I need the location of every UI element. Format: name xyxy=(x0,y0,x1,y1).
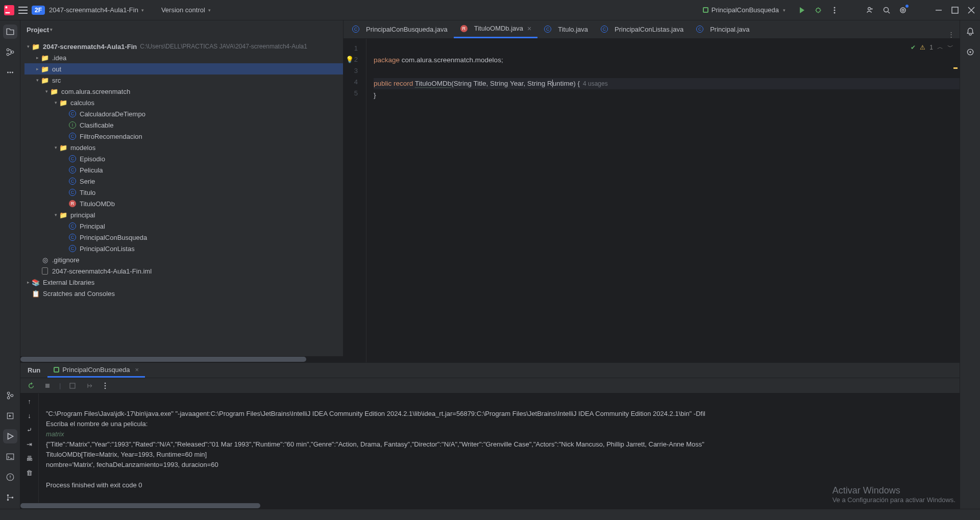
svg-point-26 xyxy=(967,49,973,55)
console-output[interactable]: "C:\Program Files\Java\jdk-17\bin\java.e… xyxy=(39,393,960,503)
tree-item-idea[interactable]: 📁.idea xyxy=(24,52,343,63)
tab-principalconbusqueda[interactable]: CPrincipalConBusqueda.java xyxy=(346,20,454,38)
project-tree[interactable]: 📁2047-screenmatch4-Aula1-FinC:\Users\DEL… xyxy=(20,39,343,356)
attach-debugger-icon[interactable] xyxy=(68,381,77,390)
ai-assistant-button[interactable] xyxy=(963,45,977,59)
root-label: 2047-screenmatch4-Aula1-Fin xyxy=(43,43,137,51)
tree-item-filtro[interactable]: CFiltroRecomendacion xyxy=(24,131,343,142)
tree-item-scratches[interactable]: 📋Scratches and Consoles xyxy=(24,288,343,299)
tree-item-principal[interactable]: CPrincipal xyxy=(24,220,343,232)
more-actions-button[interactable] xyxy=(830,6,839,15)
close-tab-icon[interactable]: × xyxy=(527,24,531,33)
project-name-dropdown[interactable]: 2047-screenmatch4-Aula1-Fin xyxy=(49,6,144,14)
svg-point-19 xyxy=(11,394,13,397)
run-config-dropdown[interactable]: PrincipalConBusqueda xyxy=(698,4,790,16)
svg-point-5 xyxy=(834,12,836,13)
project-tool-window: Project 📁2047-screenmatch4-Aula1-FinC:\U… xyxy=(20,20,344,362)
svg-point-4 xyxy=(834,9,836,11)
services-tool-button[interactable] xyxy=(3,409,17,423)
right-tool-rail xyxy=(960,20,980,509)
editor-gutter: 1 💡2 3 4 5 xyxy=(344,39,366,362)
svg-rect-20 xyxy=(7,413,13,418)
scroll-down-icon[interactable]: ↓ xyxy=(25,411,34,420)
more-tools-button[interactable] xyxy=(3,65,17,80)
minimize-button[interactable] xyxy=(934,6,943,15)
exit-icon[interactable] xyxy=(84,381,93,390)
vcs-tool-button[interactable] xyxy=(3,388,17,403)
svg-rect-28 xyxy=(45,384,50,388)
main-menu-button[interactable] xyxy=(18,7,28,14)
close-run-tab-icon[interactable]: × xyxy=(135,366,139,374)
tree-item-iml[interactable]: 2047-screenmatch4-Aula1-Fin.iml xyxy=(24,265,343,277)
print-icon[interactable]: 🖶 xyxy=(25,454,34,463)
tree-item-pkg-root[interactable]: 📁com.alura.screenmatch xyxy=(24,86,343,97)
structure-tool-button[interactable] xyxy=(3,45,17,59)
problems-tool-button[interactable] xyxy=(3,470,17,484)
code-area[interactable]: package com.alura.screenmatch.modelos; p… xyxy=(366,39,960,362)
tree-item-principalcb[interactable]: CPrincipalConBusqueda xyxy=(24,232,343,243)
svg-point-8 xyxy=(900,8,905,13)
tree-item-external[interactable]: 📚External Libraries xyxy=(24,277,343,288)
tree-item-calculos[interactable]: 📁calculos xyxy=(24,97,343,108)
stop-button[interactable] xyxy=(43,381,52,390)
tabs-more-icon[interactable]: ⋮ xyxy=(948,31,954,38)
tree-item-calculadora[interactable]: CCalculadoraDeTiempo xyxy=(24,108,343,119)
tree-item-out[interactable]: 📁out xyxy=(24,63,343,75)
debug-button[interactable] xyxy=(814,6,823,15)
maximize-button[interactable] xyxy=(950,6,960,15)
search-icon[interactable] xyxy=(882,6,891,15)
scroll-to-end-icon[interactable]: ⇥ xyxy=(25,439,34,449)
git-tool-button[interactable] xyxy=(3,490,17,505)
status-bar xyxy=(0,509,980,520)
soft-wrap-icon[interactable]: ⤶ xyxy=(25,425,34,434)
tab-principal[interactable]: CPrincipal.java xyxy=(690,20,755,38)
project-h-scrollbar[interactable] xyxy=(20,356,343,362)
tree-item-pelicula[interactable]: CPelicula xyxy=(24,164,343,176)
run-tab[interactable]: PrincipalConBusqueda × xyxy=(47,363,145,378)
project-tool-button[interactable] xyxy=(3,24,17,39)
svg-rect-29 xyxy=(70,383,75,388)
tree-root[interactable]: 📁2047-screenmatch4-Aula1-FinC:\Users\DEL… xyxy=(24,41,343,52)
svg-rect-10 xyxy=(952,7,958,13)
svg-rect-0 xyxy=(6,6,8,8)
tree-item-src[interactable]: 📁src xyxy=(24,75,343,86)
terminal-tool-button[interactable] xyxy=(3,450,17,464)
svg-point-18 xyxy=(7,397,10,399)
tree-item-clasificable[interactable]: IClasificable xyxy=(24,119,343,131)
editor-body[interactable]: ✔ ⚠1 ︿﹀ 1 💡2 3 4 5 package com.alura.scr… xyxy=(344,39,960,362)
scroll-up-icon[interactable]: ↑ xyxy=(25,397,34,406)
windows-activation-watermark: Activar Windows Ve a Configuración para … xyxy=(832,485,955,504)
run-more-icon[interactable] xyxy=(101,381,110,390)
tree-item-principal-pkg[interactable]: 📁principal xyxy=(24,209,343,220)
tree-item-tituloomdb[interactable]: RTituloOMDb xyxy=(24,198,343,209)
run-tool-button[interactable] xyxy=(3,429,17,443)
tree-item-episodio[interactable]: CEpisodio xyxy=(24,153,343,164)
intention-bulb-icon[interactable]: 💡 xyxy=(346,54,354,65)
code-with-me-icon[interactable] xyxy=(866,6,875,15)
svg-rect-1 xyxy=(6,12,10,13)
vcs-dropdown[interactable]: Version control xyxy=(161,6,211,14)
run-tool-window: Run PrincipalConBusqueda × | ↑ ↓ ⤶ ⇥ 🖶 🗑 xyxy=(20,362,960,509)
tree-item-titulo[interactable]: CTitulo xyxy=(24,187,343,198)
tree-item-gitignore[interactable]: ◎.gitignore xyxy=(24,254,343,265)
tab-principalconlistas[interactable]: CPrincipalConListas.java xyxy=(594,20,690,38)
tab-titulo[interactable]: CTitulo.java xyxy=(537,20,594,38)
notifications-button[interactable] xyxy=(963,24,977,39)
title-bar: 2F 2047-screenmatch4-Aula1-Fin Version c… xyxy=(0,0,980,20)
console-h-scrollbar[interactable] xyxy=(20,503,960,509)
close-window-button[interactable] xyxy=(967,6,976,15)
tab-tituloomdb[interactable]: RTituloOMDb.java× xyxy=(454,20,538,38)
settings-icon[interactable] xyxy=(898,6,908,15)
svg-point-9 xyxy=(902,9,904,11)
tree-item-principalcl[interactable]: CPrincipalConListas xyxy=(24,243,343,254)
tree-item-serie[interactable]: CSerie xyxy=(24,176,343,187)
rerun-button[interactable] xyxy=(27,381,36,390)
project-header[interactable]: Project xyxy=(20,20,343,39)
tree-item-modelos[interactable]: 📁modelos xyxy=(24,142,343,153)
run-button[interactable] xyxy=(797,6,806,15)
run-side-toolbar: ↑ ↓ ⤶ ⇥ 🖶 🗑 xyxy=(20,393,39,503)
svg-point-25 xyxy=(11,497,13,498)
svg-point-31 xyxy=(105,385,106,386)
clear-icon[interactable]: 🗑 xyxy=(25,468,34,477)
svg-point-22 xyxy=(7,474,14,481)
